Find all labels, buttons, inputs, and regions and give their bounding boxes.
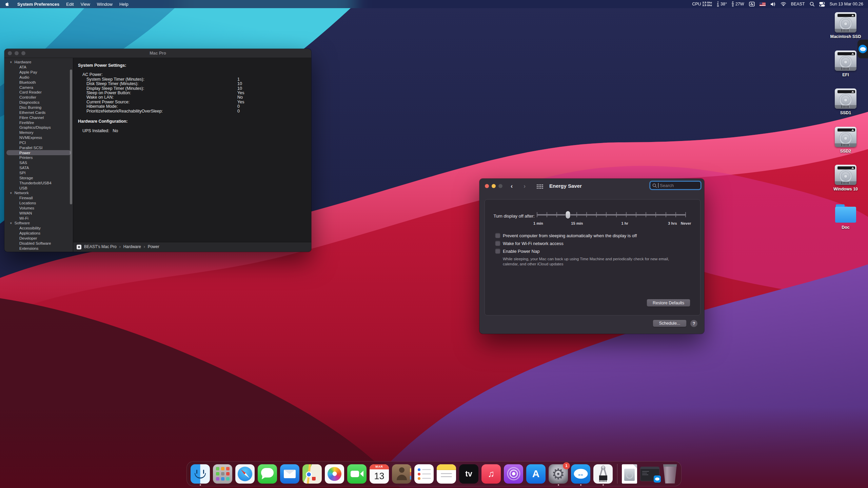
sidebar-item[interactable]: Firewall (6, 196, 71, 201)
power-status[interactable]: PWR 27W (732, 1, 744, 7)
dock-item-tv[interactable] (459, 464, 478, 484)
menu-item[interactable]: System Preferences (14, 2, 63, 7)
breadcrumb-item[interactable]: Power (141, 245, 159, 249)
sidebar-scrollbar[interactable] (70, 69, 72, 204)
dock-item-reminders[interactable] (414, 464, 434, 484)
cpu-status[interactable]: CPU 3.5 Ghz 3.5 Ghz (692, 1, 712, 7)
activity-monitor-icon[interactable] (749, 2, 755, 6)
sidebar-item[interactable]: Software (6, 221, 71, 226)
dock-item-messages[interactable] (258, 464, 277, 484)
sidebar-item[interactable]: Disc Burning (6, 105, 71, 110)
sidebar-item[interactable]: PCI (6, 140, 71, 145)
close-button[interactable] (8, 51, 12, 55)
teamviewer-edge-tab[interactable] (857, 40, 868, 58)
search-input[interactable] (660, 183, 698, 188)
wifi-icon[interactable] (781, 2, 786, 6)
dock-item-calendar[interactable]: MAR 13 (370, 464, 389, 484)
dock-item-mail[interactable] (280, 464, 299, 484)
back-button[interactable]: ‹ (511, 182, 513, 190)
zoom-button[interactable] (21, 51, 25, 55)
volume-icon[interactable] (770, 2, 776, 6)
sidebar-item[interactable]: Storage (6, 175, 71, 180)
sidebar-item[interactable]: Camera (6, 85, 71, 90)
desktop-icon[interactable]: Doc (825, 203, 867, 241)
desktop-icon[interactable]: SSD2 (825, 127, 867, 165)
dock-item-teamviewer[interactable] (571, 464, 590, 484)
spotlight-search-icon[interactable] (810, 2, 814, 6)
breadcrumb-item[interactable]: BEAST's Mac Pro (84, 245, 117, 249)
dock-item-finder[interactable] (191, 464, 210, 484)
schedule-button[interactable]: Schedule... (653, 320, 687, 327)
temperature-status[interactable]: TEM 38° (717, 1, 727, 7)
close-button[interactable] (485, 184, 489, 188)
sidebar-item[interactable]: Bluetooth (6, 80, 71, 85)
sysinfo-title-bar[interactable]: Mac Pro (4, 49, 311, 58)
dock-item-launchpad[interactable] (213, 464, 232, 484)
sidebar-item[interactable]: Power (6, 150, 71, 155)
checkbox[interactable] (495, 249, 500, 253)
menu-item[interactable]: Help (116, 2, 132, 7)
desktop-icon[interactable]: SSD1 (825, 88, 867, 127)
checkbox-row[interactable]: Enable Power Nap (495, 249, 690, 253)
apple-menu-icon[interactable] (5, 1, 10, 7)
sidebar-item[interactable]: Fibre Channel (6, 115, 71, 120)
sidebar-item[interactable]: Card Reader (6, 90, 71, 95)
sidebar-item[interactable]: Printers (6, 155, 71, 160)
sidebar-item[interactable]: Network (6, 190, 71, 196)
energy-title-bar[interactable]: ‹ › Energy Saver (479, 179, 704, 194)
sidebar-item[interactable]: Extensions (6, 246, 71, 251)
slider-thumb[interactable] (566, 211, 570, 219)
sidebar-item[interactable]: Developer (6, 236, 71, 241)
checkbox-row[interactable]: Prevent computer from sleeping automatic… (495, 233, 690, 238)
sidebar-item[interactable]: Graphics/Displays (6, 125, 71, 130)
dock-item-hardware-monitor[interactable] (593, 464, 613, 484)
sidebar-item[interactable]: Locations (6, 201, 71, 206)
dock-item-safari[interactable] (235, 464, 255, 484)
menu-item[interactable]: Edit (63, 2, 77, 7)
dock-item-podcasts[interactable] (504, 464, 523, 484)
sidebar-item[interactable]: Accessibility (6, 226, 71, 231)
sidebar-item[interactable]: Thunderbolt/USB4 (6, 180, 71, 185)
menu-bar-clock[interactable]: Sun 13 Mar 00.26 (830, 2, 863, 6)
minimize-button[interactable] (492, 184, 496, 188)
dock-item-trash[interactable] (663, 464, 677, 484)
control-center-icon[interactable] (819, 2, 825, 7)
display-off-slider[interactable] (537, 211, 686, 219)
menu-item[interactable]: Window (94, 2, 116, 7)
help-button[interactable]: ? (690, 320, 698, 327)
checkbox-row[interactable]: Wake for Wi-Fi network access (495, 241, 690, 246)
dock-item-photos[interactable] (325, 464, 344, 484)
checkbox[interactable] (495, 241, 500, 246)
dock-item-facetime[interactable] (347, 464, 367, 484)
show-all-grid-icon[interactable] (536, 184, 544, 189)
sidebar-item[interactable]: Disabled Software (6, 241, 71, 246)
sidebar-item[interactable]: ATA (6, 65, 71, 70)
desktop-icon[interactable]: Windows 10 (825, 165, 867, 203)
breadcrumb-item[interactable]: Hardware (117, 245, 141, 249)
dock-item-contacts[interactable] (392, 464, 411, 484)
menu-item[interactable]: View (77, 2, 94, 7)
forward-button[interactable]: › (524, 182, 526, 190)
sidebar-item[interactable]: SPI (6, 170, 71, 176)
dock-item-disk-image-document[interactable] (622, 464, 637, 484)
sidebar-item[interactable]: Diagnostics (6, 100, 71, 105)
search-field[interactable] (650, 181, 701, 190)
input-source-flag-icon[interactable] (760, 2, 766, 6)
slider-track[interactable] (537, 214, 686, 216)
sidebar-item[interactable]: Hardware (6, 60, 71, 65)
sidebar-item[interactable]: NVMExpress (6, 135, 71, 140)
checkbox[interactable] (495, 233, 500, 238)
sidebar-item[interactable]: Audio (6, 75, 71, 80)
sidebar-item[interactable]: SATA (6, 165, 71, 170)
sidebar-item[interactable]: Controller (6, 95, 71, 100)
sidebar-item[interactable]: WWAN (6, 210, 71, 216)
minimize-button[interactable] (15, 51, 19, 55)
sidebar-item[interactable]: FireWire (6, 120, 71, 125)
restore-defaults-button[interactable]: Restore Defaults (647, 299, 690, 307)
sidebar-item[interactable]: Ethernet Cards (6, 110, 71, 115)
dock-item-system-preferences[interactable]: 1 (549, 464, 568, 484)
dock-item-notes[interactable] (437, 464, 456, 484)
dock-item-maps[interactable] (302, 464, 322, 484)
sidebar-item[interactable]: Apple Pay (6, 70, 71, 75)
sidebar-item[interactable]: Volumes (6, 205, 71, 210)
